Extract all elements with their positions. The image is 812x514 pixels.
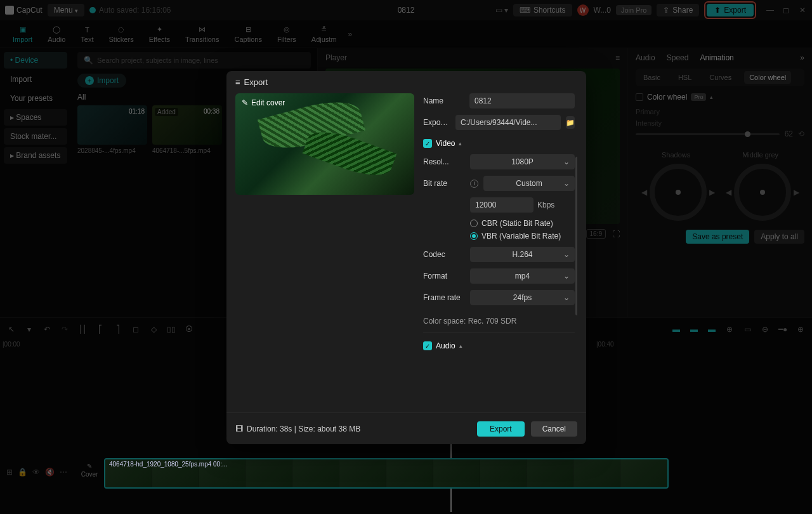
format-label: Format (423, 272, 465, 280)
clip-label: 4064718-hd_1920_1080_25fps.mp4 00:... (109, 461, 227, 468)
codec-label: Codec (423, 250, 465, 259)
color-space-info: Color space: Rec. 709 SDR (423, 317, 575, 326)
film-icon: 🎞 (235, 425, 243, 433)
export-modal: ≡ Export ✎ Edit cover Name Export to 📁 (226, 71, 586, 444)
format-select[interactable]: mp4 (470, 268, 575, 284)
collapse-icon[interactable]: ▴ (459, 343, 462, 349)
footer-info: Duration: 38s | Size: about 38 MB (247, 425, 360, 433)
resolution-select[interactable]: 1080P (470, 154, 575, 169)
audio-section-label: Audio (436, 341, 455, 350)
vbr-radio[interactable]: VBR (Variable Bit Rate) (470, 232, 575, 241)
collapse-icon[interactable]: ▴ (459, 140, 462, 147)
folder-icon[interactable]: 📁 (566, 116, 575, 129)
exportto-input[interactable] (455, 115, 561, 130)
bitrate-label: Bit rate (423, 179, 465, 188)
framerate-label: Frame rate (423, 293, 465, 302)
radio-icon (470, 220, 478, 227)
pencil-icon: ✎ (242, 98, 248, 107)
modal-header-icon: ≡ (235, 77, 240, 87)
exportto-label: Export to (423, 118, 450, 127)
resolution-label: Resol... (423, 157, 465, 166)
cancel-button[interactable]: Cancel (531, 421, 577, 437)
cbr-radio[interactable]: CBR (Static Bit Rate) (470, 219, 575, 228)
radio-icon (470, 232, 478, 240)
name-input[interactable] (469, 93, 575, 109)
scrollbar[interactable] (575, 157, 577, 315)
modal-title: Export (244, 77, 268, 87)
video-section-label: Video (436, 139, 455, 148)
audio-checkbox[interactable]: ✓ (423, 341, 432, 350)
framerate-select[interactable]: 24fps (470, 290, 575, 305)
cover-preview: ✎ Edit cover (235, 93, 414, 195)
codec-select[interactable]: H.264 (470, 247, 575, 262)
video-checkbox[interactable]: ✓ (423, 139, 432, 148)
export-confirm-button[interactable]: Export (477, 421, 525, 437)
kbps-unit: Kbps (537, 201, 554, 209)
kbps-input[interactable] (470, 197, 534, 213)
name-label: Name (423, 96, 464, 105)
edit-cover-button[interactable]: ✎ Edit cover (242, 98, 285, 107)
bitrate-select[interactable]: Custom (483, 176, 575, 191)
info-icon[interactable]: i (470, 180, 478, 188)
